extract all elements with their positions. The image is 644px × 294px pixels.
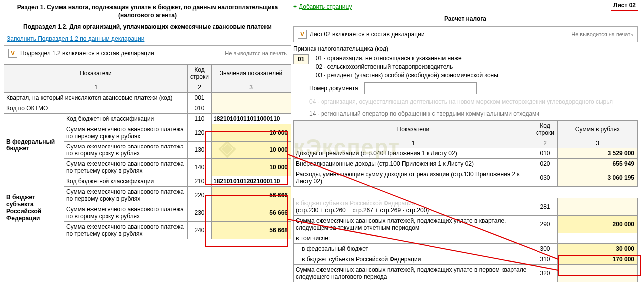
row-label: Квартал, на который исчисляются авансовы… — [4, 93, 188, 103]
noprint-label: Не выводится на печать — [225, 50, 287, 56]
th-values: Значения показателей — [212, 65, 291, 82]
th-code: Код строки — [533, 121, 558, 138]
value-cell[interactable]: 3 529 000 — [558, 148, 638, 159]
calc-title: Расчет налога — [293, 15, 638, 22]
sign-title: Признак налогоплательщика (код) — [293, 45, 638, 52]
fed-label: В федеральный бюджет — [4, 114, 64, 176]
value-cell[interactable]: 30 000 — [558, 244, 638, 254]
value-cell[interactable]: 170 000 — [558, 254, 638, 265]
docnum-input[interactable] — [364, 82, 477, 94]
include-label: Подраздел 1.2 включается в состав деклар… — [20, 50, 154, 57]
value-cell[interactable]: 10 000 — [212, 124, 291, 142]
value-cell[interactable]: 56 666 — [212, 204, 291, 222]
plus-icon: + — [293, 3, 297, 10]
subj-label: В бюджет субъекта Российской Федерации — [4, 176, 64, 239]
docnum-label: Номер документа — [309, 85, 358, 92]
subsection-title: Подраздел 1.2. Для организаций, уплачива… — [4, 23, 291, 30]
row-label: в федеральный бюджет — [294, 244, 533, 254]
include-label: Лист 02 включается в состав декларации — [310, 31, 425, 38]
value-cell[interactable]: 10 000 — [212, 159, 291, 176]
include-checkbox[interactable]: V — [8, 49, 17, 58]
row-label: Сумма ежемесячных авансовых платежей, по… — [294, 216, 533, 233]
list-label: Лист 02 — [611, 2, 638, 11]
value-cell[interactable]: 10 000 — [212, 142, 291, 159]
right-table: Показатели Код строки Сумма в рублях 1 2… — [293, 120, 638, 187]
value-cell[interactable]: 655 949 — [558, 159, 638, 169]
add-page-link[interactable]: Добавить страницу — [299, 3, 352, 10]
value-cell[interactable]: 200 000 — [558, 216, 638, 233]
th-indicators: Показатели — [4, 65, 188, 82]
row-label: Расходы, уменьшающие сумму доходов от ре… — [294, 169, 533, 187]
section-title: Раздел 1. Сумма налога, подлежащая уплат… — [14, 4, 281, 19]
row-label: Сумма ежемесячных авансовых платежей, по… — [294, 265, 533, 282]
include-checkbox[interactable]: V — [298, 30, 307, 39]
fill-link[interactable]: Заполнить Подраздел 1.2 по данным деклар… — [7, 35, 144, 42]
th-indicators: Показатели — [294, 121, 533, 138]
sign-code[interactable]: 01 — [293, 54, 309, 64]
value-cell[interactable]: 56 666 — [212, 187, 291, 204]
th-code: Код строки — [188, 65, 212, 82]
row-label: Доходы от реализации (стр.040 Приложения… — [294, 148, 533, 159]
noprint-label: Не выводится на печать — [571, 31, 633, 37]
value-cell[interactable]: 3 060 195 — [558, 169, 638, 187]
left-table: Показатели Код строки Значения показател… — [4, 64, 291, 239]
row-label: в бюджет субъекта Российской Федерации — [294, 254, 533, 265]
right-table-2: в бюджет субъекта Российской Федерации (… — [293, 198, 638, 282]
row-label: в том числе: — [294, 233, 533, 244]
row-label: Внереализационные доходы (стр.100 Прилож… — [294, 159, 533, 169]
value-cell[interactable]: 56 668 — [212, 222, 291, 239]
th-values: Сумма в рублях — [558, 121, 638, 138]
row-label: Код по ОКТМО — [4, 103, 188, 114]
